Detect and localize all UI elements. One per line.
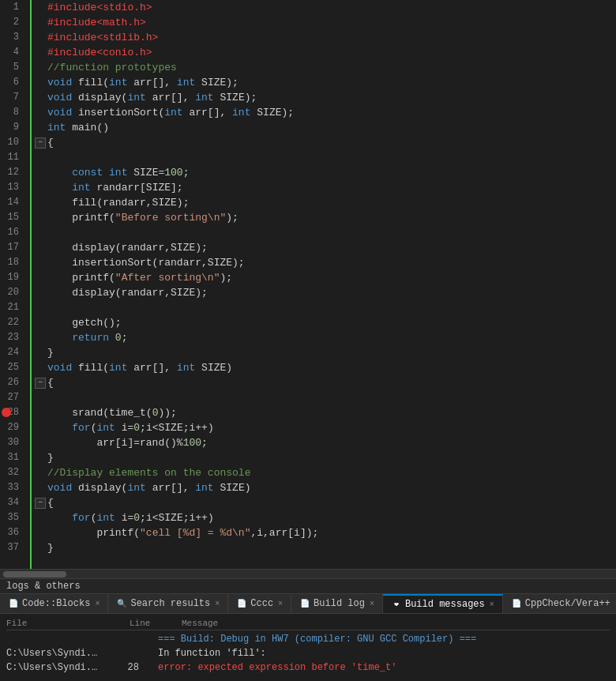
token: 0 <box>115 332 122 344</box>
line-number-6: 6 <box>0 75 24 90</box>
code-line-13: int randarr[SIZE]; <box>35 180 616 195</box>
msg-line-0 <box>114 634 145 645</box>
scrollbar-thumb[interactable] <box>3 571 66 578</box>
token: ;i<SIZE;i++) <box>140 422 214 434</box>
code-line-12: const int SIZE=100; <box>35 165 616 180</box>
line-number-17: 17 <box>0 240 24 255</box>
token <box>47 332 72 344</box>
fold-button-26[interactable]: − <box>35 378 46 389</box>
code-tokens-7: void display(int arr[], int SIZE); <box>47 90 257 105</box>
code-tokens-23: return 0; <box>47 330 127 345</box>
tab-cccc[interactable]: 📄Cccc× <box>228 594 291 613</box>
line-number-26: 26 <box>0 375 24 390</box>
code-line-18: insertionSort(randarr,SIZE); <box>35 255 616 270</box>
code-line-28: srand(time_t(0)); <box>35 405 616 420</box>
code-tokens-18: insertionSort(randarr,SIZE); <box>47 255 245 270</box>
token: void <box>47 362 78 374</box>
token: )); <box>158 407 176 419</box>
tab-label-buildlog: Build log <box>314 598 365 609</box>
line-number-15: 15 <box>0 210 24 225</box>
token: SIZE); <box>257 107 294 119</box>
token: i= <box>122 512 134 524</box>
code-line-10: −{ <box>35 135 616 150</box>
code-lines[interactable]: #include<stdio.h>#include<math.h>#includ… <box>32 0 616 569</box>
tab-search[interactable]: 🔍Search results× <box>108 594 228 613</box>
line-number-31: 31 <box>0 450 24 465</box>
line-number-20: 20 <box>0 285 24 300</box>
tab-close-buildmessages[interactable]: × <box>490 600 494 609</box>
token: } <box>47 452 54 464</box>
line-number-29: 29 <box>0 420 24 435</box>
code-line-4: #include<conio.h> <box>35 45 616 60</box>
token: arr[], <box>133 362 177 374</box>
tab-buildmessages[interactable]: ❤Build messages× <box>383 594 503 613</box>
msg-message-2: error: expected expression before 'time_… <box>158 662 610 673</box>
token: int <box>164 107 189 119</box>
token: } <box>47 347 54 359</box>
token: arr[], <box>189 107 232 119</box>
token: void <box>47 77 78 88</box>
token <box>47 167 72 179</box>
line-number-23: 23 <box>0 330 24 345</box>
tab-label-buildmessages: Build messages <box>405 599 485 610</box>
code-line-23: return 0; <box>35 330 616 345</box>
col-header-message: Message <box>182 619 610 628</box>
horizontal-scrollbar[interactable] <box>0 569 616 578</box>
msg-message-1: In function 'fill': <box>158 648 610 659</box>
token: #include<stdio.h> <box>47 2 152 13</box>
code-tokens-35: for(int i=0;i<SIZE;i++) <box>47 510 214 525</box>
line-number-30: 30 <box>0 435 24 450</box>
msg-file-1: C:\Users\Syndi... <box>6 648 101 659</box>
code-tokens-1: #include<stdio.h> <box>47 0 152 15</box>
token: { <box>47 497 54 509</box>
tab-buildlog[interactable]: 📄Build log× <box>291 594 383 613</box>
token: int <box>195 482 220 494</box>
tab-codeblocks[interactable]: 📄Code::Blocks× <box>0 594 108 613</box>
message-row-1: C:\Users\Syndi...In function 'fill': <box>6 646 610 660</box>
token: SIZE); <box>201 77 239 88</box>
msg-file-0 <box>6 634 101 645</box>
code-line-30: arr[i]=rand()%100; <box>35 435 616 450</box>
code-line-6: void fill(int arr[], int SIZE); <box>35 75 616 90</box>
code-tokens-15: printf("Before sorting\n"); <box>47 210 239 225</box>
fold-button-34[interactable]: − <box>35 498 46 509</box>
msg-file-2: C:\Users\Syndi... <box>6 662 101 673</box>
code-tokens-26: { <box>47 375 54 390</box>
token: void <box>47 92 78 103</box>
token: display( <box>78 92 127 103</box>
code-line-24: } <box>35 345 616 360</box>
code-line-25: void fill(int arr[], int SIZE) <box>35 360 616 375</box>
token: int <box>47 122 72 134</box>
tab-close-codeblocks[interactable]: × <box>95 600 100 608</box>
token: arr[i]=rand()% <box>47 437 183 449</box>
tab-close-cccc[interactable]: × <box>278 600 283 608</box>
code-tokens-4: #include<conio.h> <box>47 45 152 60</box>
line-number-7: 7 <box>0 90 24 105</box>
code-tokens-37: } <box>47 540 54 555</box>
tab-cppcheck[interactable]: 📄CppCheck/Vera++× <box>503 594 616 613</box>
code-line-37: } <box>35 540 616 555</box>
token: int <box>232 107 257 119</box>
code-tokens-24: } <box>47 345 54 360</box>
code-tokens-3: #include<stdlib.h> <box>47 30 158 45</box>
token: int <box>195 92 220 103</box>
code-tokens-10: { <box>47 135 54 150</box>
code-line-11 <box>35 150 616 165</box>
messages-content[interactable]: FileLineMessage=== Build: Debug in HW7 (… <box>0 614 616 681</box>
code-tokens-9: int main() <box>47 120 109 135</box>
code-line-22: getch(); <box>35 315 616 330</box>
message-row-0: === Build: Debug in HW7 (compiler: GNU G… <box>6 632 610 646</box>
line-number-25: 25 <box>0 360 24 375</box>
token: int <box>109 167 133 179</box>
code-tokens-13: int randarr[SIZE]; <box>47 180 183 195</box>
token: int <box>96 422 121 434</box>
line-number-5: 5 <box>0 60 24 75</box>
tab-close-buildlog[interactable]: × <box>370 600 374 608</box>
code-line-20: display(randarr,SIZE); <box>35 285 616 300</box>
code-line-26: −{ <box>35 375 616 390</box>
code-line-1: #include<stdio.h> <box>35 0 616 15</box>
bottom-panel: logs & others 📄Code::Blocks×🔍Search resu… <box>0 578 616 681</box>
code-tokens-14: fill(randarr,SIZE); <box>47 195 189 210</box>
fold-button-10[interactable]: − <box>35 137 46 149</box>
tab-close-search[interactable]: × <box>215 600 220 608</box>
